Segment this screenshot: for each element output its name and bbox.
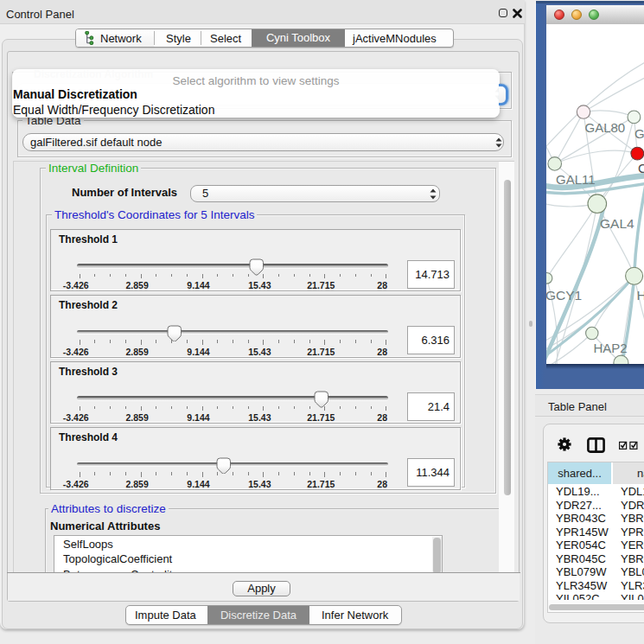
svg-text:GAL5: GAL5	[634, 126, 644, 141]
svg-text:HA: HA	[636, 288, 644, 303]
svg-text:GAL11: GAL11	[556, 172, 596, 187]
svg-text:GAL4: GAL4	[600, 216, 634, 231]
svg-text:HAP2: HAP2	[593, 341, 627, 355]
svg-text:GAL80: GAL80	[584, 119, 625, 134]
svg-text:GCY1: GCY1	[546, 288, 582, 303]
svg-text:C: C	[637, 161, 643, 175]
